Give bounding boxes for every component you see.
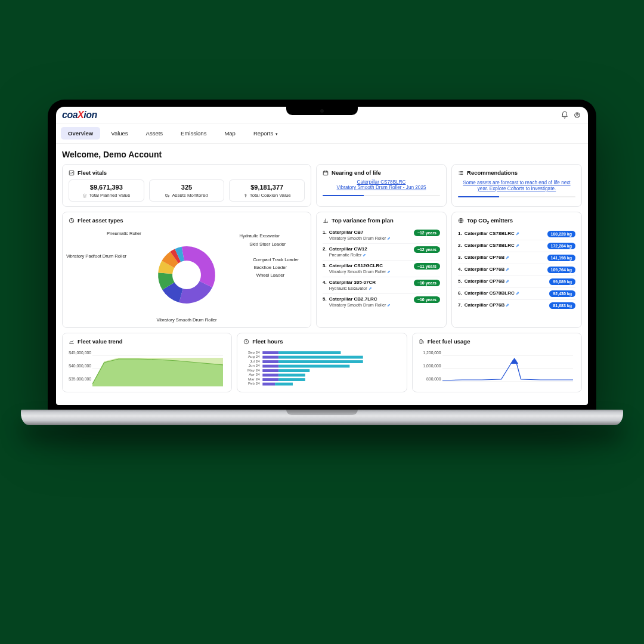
row-name: Caterpillar CS12GCLRC <box>329 263 383 268</box>
tab-emissions[interactable]: Emissions <box>174 127 213 140</box>
variance-row[interactable]: 2. Caterpillar CW12 Pneumatic Roller⬈ ~1… <box>323 244 440 261</box>
external-link-icon: ⬈ <box>506 279 509 283</box>
emitter-row[interactable]: 4. Caterpillar CP76B⬈ 109,764 kg <box>458 264 575 276</box>
fuel-chart: 1,200,000 1,000,000 800,000 <box>419 348 575 387</box>
svg-point-5 <box>169 196 169 197</box>
row-index: 7. <box>458 302 462 308</box>
tab-assets[interactable]: Assets <box>139 127 171 140</box>
vital-tile: $9,181,377 Total Coaxion Value <box>229 179 305 202</box>
tab-overview[interactable]: Overview <box>61 127 100 140</box>
svg-rect-26 <box>278 378 305 381</box>
row-name: Caterpillar CW12 <box>329 246 367 252</box>
hours-month-label: Sep 24 <box>248 351 261 354</box>
external-link-icon: ⬈ <box>363 253 366 257</box>
row-index: 3. <box>323 263 327 274</box>
recs-progress <box>458 196 575 197</box>
card-recommendations: Recommendations Some assets are forecast… <box>451 164 582 207</box>
external-link-icon: ⬈ <box>369 286 372 290</box>
vital-label: Assets Monitored <box>153 193 221 198</box>
variance-row[interactable]: 4. Caterpillar 305-07CR Hydraulic Excava… <box>323 277 440 294</box>
donut-label-pneumatic: Pneumatic Roller <box>107 231 141 236</box>
emitter-row[interactable]: 7. Caterpillar CP76B⬈ 81,683 kg <box>458 300 575 311</box>
external-link-icon: ⬈ <box>506 267 509 271</box>
emitter-badge: 141,198 kg <box>547 255 575 261</box>
hours-month-label: Mar 24 <box>248 377 260 381</box>
external-link-icon: ⬈ <box>516 291 519 295</box>
emitter-badge: 180,228 kg <box>547 231 575 237</box>
hours-month-label: Feb 24 <box>248 382 260 386</box>
emitter-row[interactable]: 5. Caterpillar CP76B⬈ 99,089 kg <box>458 276 575 288</box>
row-name: Caterpillar CP76B⬈ <box>465 267 510 272</box>
hours-month-label: Aug 24 <box>248 355 261 359</box>
row-sub: Vibratory Smooth Drum Roller⬈ <box>329 302 391 308</box>
emitter-row[interactable]: 2. Caterpillar CS78BLRC⬈ 172,284 kg <box>458 240 575 252</box>
svg-rect-24 <box>278 374 305 377</box>
fuel-icon <box>419 339 425 345</box>
emitter-badge: 109,764 kg <box>547 267 575 273</box>
row-index: 4. <box>458 267 462 272</box>
layers-icon <box>82 193 87 198</box>
hours-month-label: May 24 <box>247 369 260 372</box>
eol-progress <box>323 195 440 196</box>
svg-rect-17 <box>263 360 279 363</box>
vital-value: $9,181,377 <box>233 184 301 191</box>
tab-values[interactable]: Values <box>104 127 135 140</box>
eol-title: Nearing end of life <box>332 169 381 176</box>
brand-pre: coa <box>62 110 78 120</box>
card-fleet-hours: Fleet hours Sep 24Aug 24Jul 24Jun 24May … <box>237 333 407 392</box>
row-name: Caterpillar CB7 <box>329 230 364 235</box>
donut-label-compact: Compact Track Loader <box>253 257 299 262</box>
variance-row[interactable]: 3. Caterpillar CS12GCLRC Vibratory Smoot… <box>323 261 440 277</box>
svg-rect-3 <box>166 194 168 196</box>
donut-label-wheel: Wheel Loader <box>256 273 284 278</box>
list-icon <box>458 170 464 176</box>
vital-value: $9,671,393 <box>73 184 140 191</box>
row-name: Caterpillar CP76B⬈ <box>465 302 510 308</box>
emitter-badge: 172,284 kg <box>547 243 575 249</box>
external-link-icon: ⬈ <box>506 255 509 259</box>
row-index: 5. <box>458 278 462 284</box>
emitters-title: Top CO2 emitters <box>467 217 513 225</box>
row-sub: Pneumatic Roller⬈ <box>329 252 367 258</box>
recs-link[interactable]: Some assets are forecast to reach end of… <box>463 180 570 191</box>
variance-row[interactable]: 5. Caterpillar CB2.7LRC Vibratory Smooth… <box>323 294 440 310</box>
svg-rect-18 <box>278 360 363 363</box>
eol-link-asset[interactable]: Caterpillar CS78BLRC <box>323 179 440 185</box>
svg-rect-25 <box>263 378 279 381</box>
emitter-row[interactable]: 6. Caterpillar CS78BLRC⬈ 92,430 kg <box>458 288 575 300</box>
svg-point-1 <box>576 113 578 115</box>
row-name: Caterpillar CB2.7LRC <box>329 296 377 302</box>
fuel-ytick: 800,000 <box>419 377 441 381</box>
row-index: 2. <box>458 243 462 248</box>
recs-title: Recommendations <box>467 169 518 176</box>
variance-icon <box>323 218 329 224</box>
tab-reports[interactable]: Reports▾ <box>246 127 285 140</box>
dollar-icon <box>243 193 248 198</box>
tab-map[interactable]: Map <box>217 127 242 140</box>
brand-post: ion <box>83 110 97 120</box>
user-menu-icon[interactable] <box>574 111 582 119</box>
external-link-icon: ⬈ <box>387 270 391 274</box>
fuel-title: Fleet fuel usage <box>428 338 470 345</box>
trend-ytick: $45,000,000 <box>69 351 91 355</box>
eol-link-detail[interactable]: Vibratory Smooth Drum Roller - Jun 2025 <box>323 185 440 190</box>
variance-row[interactable]: 1. Caterpillar CB7 Vibratory Smooth Drum… <box>323 227 440 244</box>
emitter-badge: 99,089 kg <box>549 278 575 285</box>
vital-label: Total Coaxion Value <box>233 193 301 198</box>
card-fuel-usage: Fleet fuel usage 1,200,000 1,000,000 800… <box>412 333 582 392</box>
row-index: 1. <box>458 231 462 236</box>
truck-icon <box>165 193 170 198</box>
hours-month-label: Jul 24 <box>250 360 261 363</box>
bell-icon[interactable] <box>561 111 569 119</box>
page-title: Welcome, Demo Account <box>62 150 582 159</box>
svg-rect-28 <box>275 383 293 386</box>
emitter-badge: 92,430 kg <box>549 290 575 297</box>
svg-rect-19 <box>263 365 279 368</box>
emitter-row[interactable]: 1. Caterpillar CS78BLRC⬈ 180,228 kg <box>458 228 575 240</box>
row-name: Caterpillar 305-07CR <box>329 280 376 285</box>
vitals-title: Fleet vitals <box>78 169 107 176</box>
donut-label-smooth: Vibratory Smooth Drum Roller <box>156 317 216 323</box>
emitter-row[interactable]: 3. Caterpillar CP76B⬈ 141,198 kg <box>458 252 575 264</box>
variance-title: Top variance from plan <box>332 217 394 224</box>
card-top-emitters: Top CO2 emitters 1. Caterpillar CS78BLRC… <box>451 212 582 328</box>
